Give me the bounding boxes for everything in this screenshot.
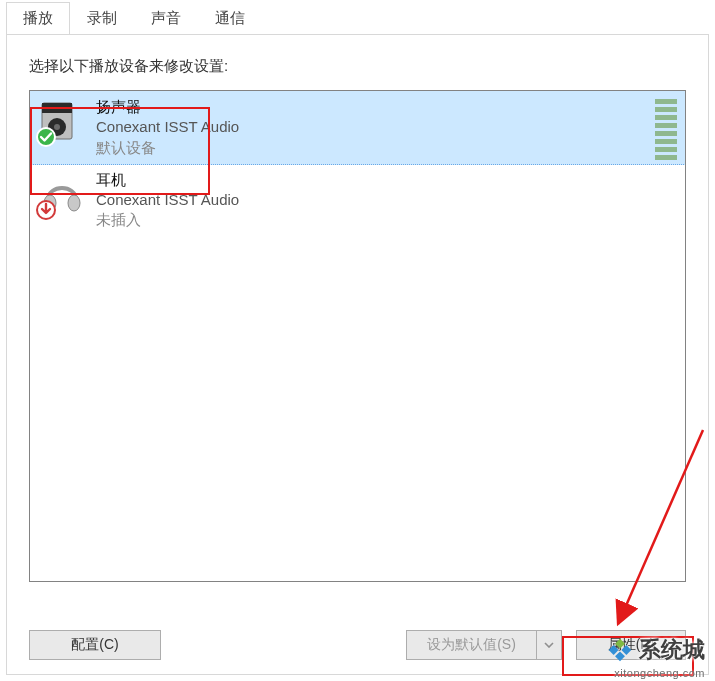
device-desc: Conexant ISST Audio (96, 190, 239, 210)
configure-button[interactable]: 配置(C) (29, 630, 161, 660)
tab-bar: 播放 录制 声音 通信 (0, 0, 715, 34)
button-row: 配置(C) 设为默认值(S) 属性(P) (29, 630, 686, 660)
tab-playback[interactable]: 播放 (6, 2, 70, 35)
properties-button[interactable]: 属性(P) (576, 630, 686, 660)
device-list[interactable]: 扬声器 Conexant ISST Audio 默认设备 (29, 90, 686, 582)
speaker-icon (38, 97, 86, 145)
unplugged-badge-icon (36, 200, 56, 220)
tab-recording[interactable]: 录制 (70, 2, 134, 35)
volume-level-indicator (655, 99, 677, 160)
device-item-speaker[interactable]: 扬声器 Conexant ISST Audio 默认设备 (29, 90, 686, 165)
instruction-text: 选择以下播放设备来修改设置: (29, 57, 686, 76)
device-desc: Conexant ISST Audio (96, 117, 239, 137)
chevron-down-icon (544, 642, 554, 648)
tab-sounds[interactable]: 声音 (134, 2, 198, 35)
device-status: 默认设备 (96, 138, 239, 158)
set-default-dropdown[interactable] (536, 630, 562, 660)
svg-point-4 (37, 128, 55, 146)
device-status: 未插入 (96, 210, 239, 230)
set-default-button[interactable]: 设为默认值(S) (406, 630, 536, 660)
check-badge-icon (36, 127, 56, 147)
device-name: 扬声器 (96, 97, 239, 117)
tab-communications[interactable]: 通信 (198, 2, 262, 35)
device-name: 耳机 (96, 170, 239, 190)
headphones-icon (38, 170, 86, 218)
svg-rect-1 (42, 103, 72, 113)
svg-point-6 (68, 195, 80, 211)
device-item-headphones[interactable]: 耳机 Conexant ISST Audio 未插入 (30, 164, 685, 237)
playback-panel: 选择以下播放设备来修改设置: 扬声器 Conexant ISST Audio (6, 34, 709, 675)
watermark-url: xitongcheng.com (614, 667, 705, 679)
